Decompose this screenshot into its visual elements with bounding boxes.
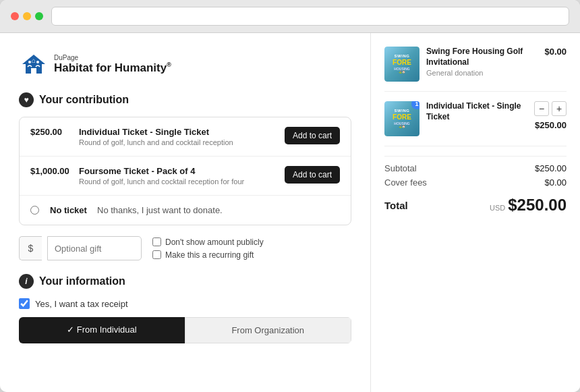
cart-item-2-info: Individual Ticket - Single Ticket	[426, 101, 527, 123]
svg-text:⌂: ⌂	[32, 57, 36, 64]
tax-receipt-label: Yes, I want a tax receipt	[35, 299, 128, 309]
add-to-cart-btn-1[interactable]: Add to cart	[285, 127, 340, 144]
no-ticket-label: No ticket	[50, 205, 89, 215]
ticket-2-price: $1,000.00	[30, 166, 69, 176]
information-title: Your information	[39, 275, 125, 287]
info-icon: i	[19, 274, 34, 289]
information-section-header: i Your information	[19, 274, 351, 289]
total-label: Total	[384, 200, 408, 211]
cart-item-1-price: $0.00	[544, 47, 567, 57]
ticket-1-name: Individual Ticket - Single Ticket	[79, 127, 275, 137]
ticket-2-info: Foursome Ticket - Pack of 4 Round of gol…	[79, 166, 275, 186]
subtotal-label: Subtotal	[384, 163, 417, 173]
close-button[interactable]	[11, 12, 19, 20]
left-panel: ⌂ DuPage Habitat for Humanity® ♥ You	[0, 33, 371, 392]
summary-divider	[384, 156, 567, 157]
ticket-1-price: $250.00	[30, 127, 69, 137]
org-name-main: Habitat for Humanity®	[54, 61, 171, 75]
ticket-2-desc: Round of golf, lunch and cocktail recept…	[79, 177, 275, 186]
add-to-cart-btn-2[interactable]: Add to cart	[285, 166, 340, 184]
tax-receipt-row: Yes, I want a tax receipt	[19, 298, 351, 309]
recurring-row: Make this a recurring gift	[152, 250, 264, 260]
traffic-lights	[11, 12, 43, 20]
ticket-1-desc: Round of golf, lunch and and cocktail re…	[79, 138, 275, 146]
gift-options: Don't show amount publicly Make this a r…	[152, 237, 264, 260]
org-logo: ⌂ DuPage Habitat for Humanity®	[19, 49, 351, 79]
cart-item-1-sub: General donation	[426, 69, 538, 77]
cart-item-2-price: $250.00	[535, 120, 567, 130]
no-ticket-row: No ticket No thanks, I just want to dona…	[20, 196, 351, 225]
total-usd: USD	[490, 204, 505, 212]
subtotal-row: Subtotal $250.00	[384, 163, 567, 173]
cover-fees-row: Cover fees $0.00	[384, 177, 567, 188]
tax-receipt-checkbox[interactable]	[19, 298, 30, 309]
from-tabs: ✓From Individual From Organization	[19, 317, 351, 343]
cart-item-2-name: Individual Ticket - Single Ticket	[426, 101, 527, 122]
qty-controls: − +	[534, 101, 567, 116]
no-ticket-desc: No thanks, I just want to donate.	[97, 205, 223, 215]
tab-individual[interactable]: ✓From Individual	[19, 317, 185, 343]
no-ticket-radio[interactable]	[30, 206, 39, 215]
total-value-wrap: USD $250.00	[490, 196, 567, 215]
ticket-item-2: $1,000.00 Foursome Ticket - Pack of 4 Ro…	[20, 157, 351, 196]
browser-chrome	[0, 0, 580, 33]
right-panel: SWING FORE HOUSING ⛳🏠 Swing Fore Housing…	[371, 33, 580, 392]
cart-item-1-right: $0.00	[544, 47, 567, 57]
org-name-top: DuPage	[54, 54, 171, 61]
tickets-box: $250.00 Individual Ticket - Single Ticke…	[19, 117, 351, 225]
tab-organization[interactable]: From Organization	[185, 317, 352, 343]
cover-fees-label: Cover fees	[384, 177, 427, 188]
cover-fees-value: $0.00	[544, 177, 567, 188]
total-value: $250.00	[508, 196, 567, 215]
cart-thumb-1: SWING FORE HOUSING ⛳🏠	[384, 47, 419, 82]
svg-rect-3	[31, 68, 36, 74]
cart-item-1-name: Swing Fore Housing Golf Invitational	[426, 47, 538, 67]
dont-show-label: Don't show amount publicly	[165, 237, 264, 247]
qty-minus-btn[interactable]: −	[534, 101, 549, 116]
ticket-1-info: Individual Ticket - Single Ticket Round …	[79, 127, 275, 146]
dont-show-row: Don't show amount publicly	[152, 237, 264, 247]
optional-gift-input[interactable]	[47, 236, 142, 260]
qty-plus-btn[interactable]: +	[552, 101, 567, 116]
cart-item-1-info: Swing Fore Housing Golf Invitational Gen…	[426, 47, 538, 77]
habitat-logo-icon: ⌂	[19, 49, 49, 79]
recurring-checkbox[interactable]	[152, 250, 161, 259]
swing-fore-img-1: SWING FORE HOUSING ⛳🏠	[384, 47, 419, 82]
heart-icon: ♥	[19, 92, 34, 107]
svg-point-5	[28, 61, 31, 63]
recurring-label: Make this a recurring gift	[165, 250, 254, 260]
svg-point-6	[36, 61, 39, 63]
total-row: Total USD $250.00	[384, 196, 567, 215]
dollar-sign: $	[19, 236, 42, 260]
page-content: ⌂ DuPage Habitat for Humanity® ♥ You	[0, 33, 580, 392]
address-bar[interactable]	[51, 7, 569, 26]
cart-item-2: SWING FORE HOUSING ⛳🏠 1 Individual Ticke…	[384, 101, 567, 146]
cart-thumb-2: SWING FORE HOUSING ⛳🏠 1	[384, 101, 419, 136]
contribution-title: Your contribution	[39, 94, 129, 106]
org-name: DuPage Habitat for Humanity®	[54, 54, 171, 75]
ticket-2-name: Foursome Ticket - Pack of 4	[79, 166, 275, 176]
contribution-section-header: ♥ Your contribution	[19, 92, 351, 107]
minimize-button[interactable]	[23, 12, 31, 20]
subtotal-value: $250.00	[535, 163, 567, 173]
ticket-item-1: $250.00 Individual Ticket - Single Ticke…	[20, 117, 351, 157]
checkmark-icon: ✓	[67, 325, 74, 335]
fullscreen-button[interactable]	[35, 12, 43, 20]
cart-item-2-right: − + $250.00	[534, 101, 567, 130]
dont-show-checkbox[interactable]	[152, 237, 161, 246]
cart-item-1: SWING FORE HOUSING ⛳🏠 Swing Fore Housing…	[384, 47, 567, 92]
optional-gift-row: $ Don't show amount publicly Make this a…	[19, 236, 351, 260]
